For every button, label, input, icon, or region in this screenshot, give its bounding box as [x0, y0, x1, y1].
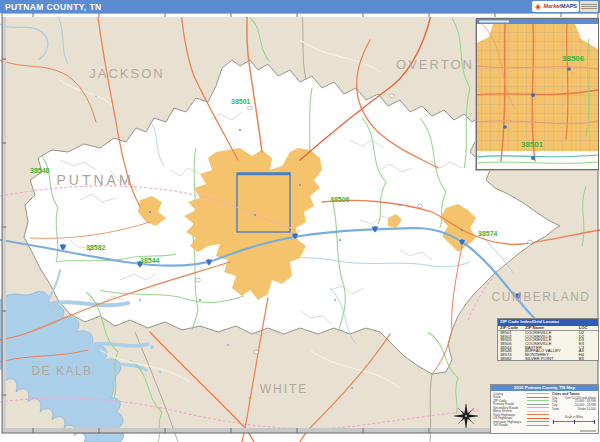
label-dekalb: DE KALB: [31, 364, 92, 378]
inset-map-cookeville: 38506 38501: [476, 18, 599, 170]
zip-38544: 38544: [140, 257, 160, 264]
logo-market: Market: [543, 3, 561, 9]
label-overton: OVERTON: [396, 57, 474, 72]
page-title: PUTNAM COUNTY, TN: [0, 2, 102, 12]
title-bar: PUTNAM COUNTY, TN MarketMAPS: [0, 0, 600, 13]
label-putnam: PUTNAM: [56, 172, 133, 188]
zip-38582: 38582: [86, 244, 106, 251]
zip-38506: 38506: [330, 196, 350, 203]
inset-title-microtext: [479, 21, 509, 23]
copyright-microtext: [580, 430, 596, 432]
zip-code-table: ZIP Code Index/Grid Locator ZIP Code ZIP…: [497, 318, 599, 361]
scale-label: Scale in Miles: [565, 415, 584, 419]
logo-info-panel: [580, 1, 598, 12]
legend-box: 2016 Putnam County, TN Map County State …: [490, 384, 599, 434]
zip-38501: 38501: [231, 98, 251, 105]
map-page: JACKSON OVERTON PUTNAM CUMBERLAND DE KAL…: [0, 0, 600, 442]
logo-starburst-icon: [534, 3, 542, 11]
inset-bottom-strip: [477, 151, 598, 169]
scale-bar: Scale in Miles: [552, 415, 596, 424]
zip-38574: 38574: [478, 230, 498, 237]
logo-wordmark: MarketMAPS: [543, 4, 577, 9]
label-white: WHITE: [260, 382, 309, 396]
brand-logo: MarketMAPS: [532, 1, 598, 12]
label-cumberland: CUMBERLAND: [491, 290, 590, 304]
legend-line-samples: County State ZIP Code Primary Roads Seco…: [493, 392, 549, 427]
logo-maps: MAPS: [561, 3, 577, 9]
inset-zip-38501: 38501: [521, 140, 544, 149]
zip-38548: 38548: [30, 167, 50, 174]
legend-cities: Cities and Towns CityOver 50,000 and abo…: [549, 392, 596, 427]
label-jackson: JACKSON: [89, 66, 164, 81]
table-row: 38582SILVER POINTB3: [498, 357, 598, 361]
inset-zip-38506: 38506: [562, 54, 585, 63]
